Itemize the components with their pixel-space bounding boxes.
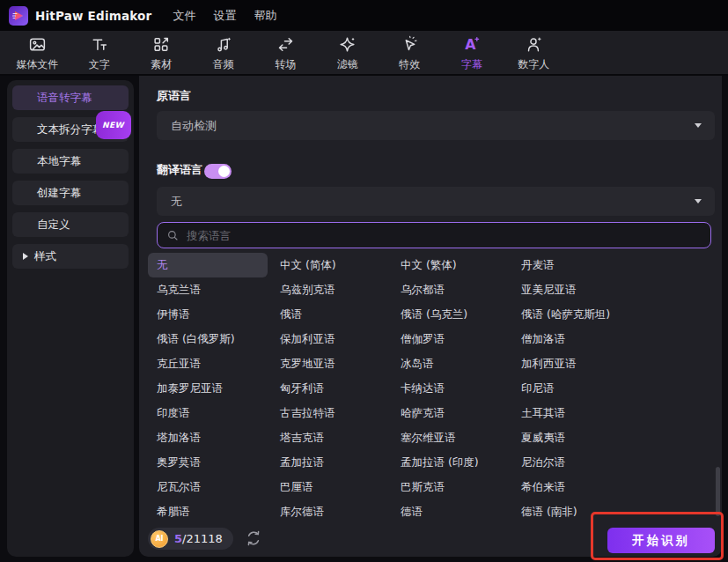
toolbar-item-label: 媒体文件 bbox=[16, 59, 58, 70]
sidebar-item-local-subtitle[interactable]: 本地字幕 bbox=[12, 149, 129, 174]
language-option[interactable]: 克丘亚语 bbox=[157, 351, 280, 376]
assets-icon bbox=[152, 35, 171, 57]
menu-item-help[interactable]: 帮助 bbox=[245, 4, 285, 27]
text-icon bbox=[90, 35, 108, 57]
language-option[interactable]: 克罗地亚语 bbox=[280, 351, 401, 376]
language-option[interactable]: 加利西亚语 bbox=[521, 351, 642, 376]
toolbar-item-audio[interactable]: 音频 bbox=[193, 31, 255, 74]
app-window: HitPaw Edimakor 文件设置帮助 媒体文件文字素材音频转场滤镜特效A… bbox=[0, 0, 728, 562]
language-option[interactable]: 亚美尼亚语 bbox=[521, 277, 642, 302]
quota-total: /21118 bbox=[182, 532, 223, 545]
language-option[interactable]: 印度语 bbox=[157, 401, 280, 425]
subtitle-icon: A bbox=[462, 35, 481, 57]
subtitle-panel: 原语言 自动检测 翻译语言 无 无中文 (简体)中文 (繁体)丹麦语乌克兰语乌兹… bbox=[139, 76, 722, 557]
language-option[interactable]: 俄语 (哈萨克斯坦) bbox=[521, 302, 642, 327]
language-option[interactable]: 希伯来语 bbox=[521, 475, 642, 499]
start-recognition-button[interactable]: 开始识别 bbox=[607, 528, 715, 553]
language-option[interactable]: 土耳其语 bbox=[521, 401, 642, 425]
language-option[interactable]: 库尔德语 bbox=[280, 499, 401, 524]
language-option[interactable]: 俄语 (乌克兰) bbox=[401, 302, 521, 327]
ai-coin-icon: AI bbox=[151, 530, 168, 548]
language-option[interactable]: 塔吉克语 bbox=[280, 425, 401, 450]
sidebar-item-label: 样式 bbox=[34, 249, 56, 263]
language-option[interactable]: 中文 (繁体) bbox=[401, 253, 521, 277]
source-language-dropdown[interactable]: 自动检测 bbox=[157, 111, 715, 140]
language-option[interactable]: 俄语 (白俄罗斯) bbox=[157, 327, 280, 351]
language-option[interactable]: 冰岛语 bbox=[401, 351, 521, 376]
translate-language-dropdown[interactable]: 无 bbox=[157, 187, 715, 216]
language-option[interactable]: 乌尔都语 bbox=[401, 277, 521, 302]
chevron-down-icon bbox=[695, 123, 702, 128]
media-icon bbox=[28, 35, 47, 57]
language-option[interactable]: 德语 (南非) bbox=[521, 499, 642, 524]
filter-icon bbox=[338, 35, 357, 57]
language-option[interactable]: 加泰罗尼亚语 bbox=[157, 376, 280, 401]
scrollbar-thumb[interactable] bbox=[716, 467, 720, 516]
menu-item-settings[interactable]: 设置 bbox=[204, 4, 245, 27]
app-title: HitPaw Edimakor bbox=[35, 9, 151, 23]
language-option[interactable]: 德语 bbox=[401, 499, 521, 524]
toolbar-item-label: 音频 bbox=[213, 59, 234, 70]
toolbar-item-label: 转场 bbox=[275, 59, 296, 70]
translate-language-label: 翻译语言 bbox=[157, 162, 202, 178]
language-option[interactable]: 塔加洛语 bbox=[157, 425, 280, 450]
sidebar-item-style[interactable]: 样式 bbox=[12, 244, 129, 269]
sidebar-item-text-split-subtitle[interactable]: 文本拆分字幕NEW bbox=[12, 117, 129, 142]
language-grid: 无中文 (简体)中文 (繁体)丹麦语乌克兰语乌兹别克语乌尔都语亚美尼亚语伊博语俄… bbox=[157, 253, 650, 524]
language-option[interactable]: 希腊语 bbox=[157, 499, 280, 524]
toolbar-item-text[interactable]: 文字 bbox=[69, 31, 131, 74]
language-option[interactable]: 孟加拉语 bbox=[280, 450, 401, 475]
language-search-box bbox=[157, 222, 711, 248]
source-language-value: 自动检测 bbox=[171, 119, 217, 132]
toolbar-item-label: 特效 bbox=[399, 59, 420, 70]
language-option[interactable]: 古吉拉特语 bbox=[280, 401, 401, 425]
language-option[interactable]: 孟加拉语 (印度) bbox=[401, 450, 521, 475]
language-option[interactable]: 俄语 bbox=[280, 302, 401, 327]
ai-quota-badge[interactable]: AI 5 /21118 bbox=[148, 528, 233, 550]
effects-icon bbox=[401, 35, 419, 57]
content-area: 语音转字幕文本拆分字幕NEW本地字幕创建字幕自定义样式 原语言 自动检测 翻译语… bbox=[0, 76, 728, 562]
language-option[interactable]: 僧伽罗语 bbox=[401, 327, 521, 351]
toolbar-item-transition[interactable]: 转场 bbox=[254, 31, 317, 74]
language-option[interactable]: 尼瓦尔语 bbox=[157, 475, 280, 499]
menu-item-file[interactable]: 文件 bbox=[164, 4, 204, 27]
language-option[interactable]: 乌兹别克语 bbox=[280, 277, 401, 302]
language-option[interactable]: 僧加洛语 bbox=[521, 327, 642, 351]
language-search-input[interactable] bbox=[187, 229, 680, 242]
toolbar-item-label: 数字人 bbox=[518, 59, 549, 70]
toolbar-item-assets[interactable]: 素材 bbox=[130, 31, 193, 74]
language-option[interactable]: 奥罗莫语 bbox=[157, 450, 280, 475]
language-option[interactable]: 巴斯克语 bbox=[401, 475, 521, 499]
refresh-icon[interactable] bbox=[245, 529, 262, 547]
toggle-knob bbox=[218, 166, 230, 177]
toolbar-item-effects[interactable]: 特效 bbox=[379, 31, 441, 74]
language-option[interactable]: 无 bbox=[148, 253, 268, 277]
language-option[interactable]: 夏威夷语 bbox=[521, 425, 642, 450]
sidebar-item-label: 创建字幕 bbox=[37, 186, 81, 199]
sidebar-item-custom[interactable]: 自定义 bbox=[12, 212, 129, 237]
language-option[interactable]: 丹麦语 bbox=[521, 253, 642, 277]
language-option[interactable]: 哈萨克语 bbox=[401, 401, 521, 425]
language-option[interactable]: 印尼语 bbox=[521, 376, 642, 401]
sidebar-item-label: 本地字幕 bbox=[37, 154, 81, 167]
sidebar-item-label: 文本拆分字幕 bbox=[37, 122, 103, 136]
language-option[interactable]: 卡纳达语 bbox=[401, 376, 521, 401]
language-option[interactable]: 塞尔维亚语 bbox=[401, 425, 521, 450]
translate-language-toggle[interactable] bbox=[204, 164, 232, 179]
toolbar-item-digital-human[interactable]: 数字人 bbox=[503, 31, 565, 74]
toolbar-item-subtitle[interactable]: A字幕 bbox=[441, 31, 504, 74]
sidebar-item-speech-to-subtitle[interactable]: 语音转字幕 bbox=[12, 85, 129, 110]
language-option[interactable]: 乌克兰语 bbox=[157, 277, 280, 302]
language-option[interactable]: 中文 (简体) bbox=[280, 253, 401, 277]
sidebar-item-create-subtitle[interactable]: 创建字幕 bbox=[12, 181, 129, 205]
search-icon bbox=[166, 229, 180, 242]
language-option[interactable]: 匈牙利语 bbox=[280, 376, 401, 401]
language-option[interactable]: 保加利亚语 bbox=[280, 327, 401, 351]
chevron-down-icon bbox=[695, 199, 702, 203]
toolbar-item-filter[interactable]: 滤镜 bbox=[317, 31, 379, 74]
sidebar-item-label: 语音转字幕 bbox=[37, 91, 92, 104]
language-option[interactable]: 伊博语 bbox=[157, 302, 280, 327]
language-option[interactable]: 巴厘语 bbox=[280, 475, 401, 499]
language-option[interactable]: 尼泊尔语 bbox=[521, 450, 642, 475]
toolbar-item-media-files[interactable]: 媒体文件 bbox=[6, 31, 69, 74]
